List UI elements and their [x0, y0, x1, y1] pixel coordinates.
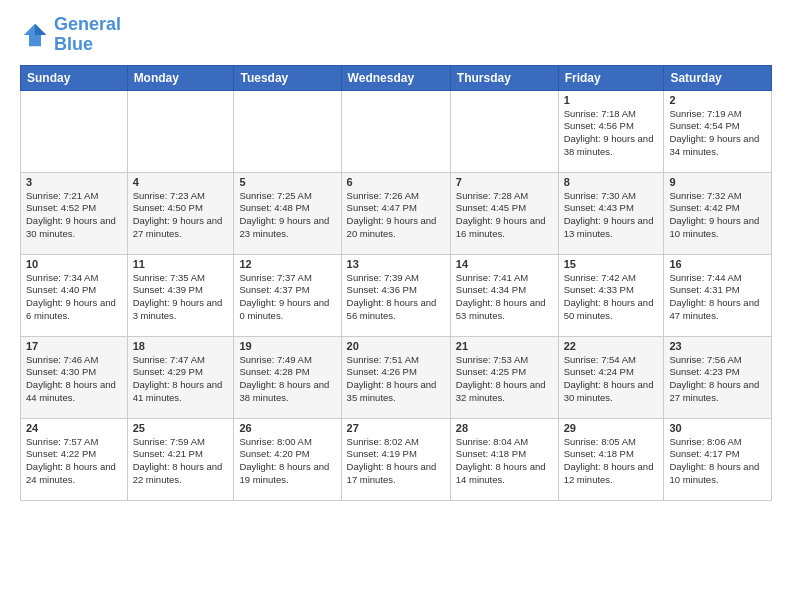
- day-number: 25: [133, 422, 229, 434]
- calendar-week-row: 10Sunrise: 7:34 AM Sunset: 4:40 PM Dayli…: [21, 254, 772, 336]
- day-info: Sunrise: 7:57 AM Sunset: 4:22 PM Dayligh…: [26, 436, 122, 487]
- day-info: Sunrise: 8:02 AM Sunset: 4:19 PM Dayligh…: [347, 436, 445, 487]
- header: General Blue: [20, 15, 772, 55]
- calendar-cell: 7Sunrise: 7:28 AM Sunset: 4:45 PM Daylig…: [450, 172, 558, 254]
- calendar-cell: 11Sunrise: 7:35 AM Sunset: 4:39 PM Dayli…: [127, 254, 234, 336]
- day-info: Sunrise: 7:32 AM Sunset: 4:42 PM Dayligh…: [669, 190, 766, 241]
- calendar-header-thursday: Thursday: [450, 65, 558, 90]
- calendar-cell: 8Sunrise: 7:30 AM Sunset: 4:43 PM Daylig…: [558, 172, 664, 254]
- day-number: 18: [133, 340, 229, 352]
- page: General Blue SundayMondayTuesdayWednesda…: [0, 0, 792, 511]
- day-number: 19: [239, 340, 335, 352]
- day-number: 15: [564, 258, 659, 270]
- day-number: 9: [669, 176, 766, 188]
- day-number: 27: [347, 422, 445, 434]
- calendar-header-sunday: Sunday: [21, 65, 128, 90]
- day-number: 17: [26, 340, 122, 352]
- calendar-cell: 4Sunrise: 7:23 AM Sunset: 4:50 PM Daylig…: [127, 172, 234, 254]
- day-info: Sunrise: 7:18 AM Sunset: 4:56 PM Dayligh…: [564, 108, 659, 159]
- day-number: 7: [456, 176, 553, 188]
- calendar-cell: 28Sunrise: 8:04 AM Sunset: 4:18 PM Dayli…: [450, 418, 558, 500]
- day-number: 29: [564, 422, 659, 434]
- day-info: Sunrise: 7:34 AM Sunset: 4:40 PM Dayligh…: [26, 272, 122, 323]
- day-number: 16: [669, 258, 766, 270]
- day-number: 11: [133, 258, 229, 270]
- day-info: Sunrise: 8:04 AM Sunset: 4:18 PM Dayligh…: [456, 436, 553, 487]
- calendar-cell: 18Sunrise: 7:47 AM Sunset: 4:29 PM Dayli…: [127, 336, 234, 418]
- day-info: Sunrise: 7:19 AM Sunset: 4:54 PM Dayligh…: [669, 108, 766, 159]
- calendar-cell: 1Sunrise: 7:18 AM Sunset: 4:56 PM Daylig…: [558, 90, 664, 172]
- day-info: Sunrise: 7:25 AM Sunset: 4:48 PM Dayligh…: [239, 190, 335, 241]
- calendar-cell: 13Sunrise: 7:39 AM Sunset: 4:36 PM Dayli…: [341, 254, 450, 336]
- calendar-cell: [450, 90, 558, 172]
- day-info: Sunrise: 7:56 AM Sunset: 4:23 PM Dayligh…: [669, 354, 766, 405]
- calendar-cell: [127, 90, 234, 172]
- calendar-cell: 5Sunrise: 7:25 AM Sunset: 4:48 PM Daylig…: [234, 172, 341, 254]
- day-info: Sunrise: 7:59 AM Sunset: 4:21 PM Dayligh…: [133, 436, 229, 487]
- day-number: 26: [239, 422, 335, 434]
- calendar-week-row: 17Sunrise: 7:46 AM Sunset: 4:30 PM Dayli…: [21, 336, 772, 418]
- calendar-cell: 15Sunrise: 7:42 AM Sunset: 4:33 PM Dayli…: [558, 254, 664, 336]
- calendar-cell: 30Sunrise: 8:06 AM Sunset: 4:17 PM Dayli…: [664, 418, 772, 500]
- day-info: Sunrise: 7:30 AM Sunset: 4:43 PM Dayligh…: [564, 190, 659, 241]
- calendar-header-saturday: Saturday: [664, 65, 772, 90]
- calendar-cell: 23Sunrise: 7:56 AM Sunset: 4:23 PM Dayli…: [664, 336, 772, 418]
- day-number: 2: [669, 94, 766, 106]
- calendar-header-friday: Friday: [558, 65, 664, 90]
- day-info: Sunrise: 7:23 AM Sunset: 4:50 PM Dayligh…: [133, 190, 229, 241]
- day-number: 3: [26, 176, 122, 188]
- calendar-cell: 21Sunrise: 7:53 AM Sunset: 4:25 PM Dayli…: [450, 336, 558, 418]
- day-info: Sunrise: 8:00 AM Sunset: 4:20 PM Dayligh…: [239, 436, 335, 487]
- calendar-cell: 6Sunrise: 7:26 AM Sunset: 4:47 PM Daylig…: [341, 172, 450, 254]
- logo: General Blue: [20, 15, 121, 55]
- day-info: Sunrise: 7:46 AM Sunset: 4:30 PM Dayligh…: [26, 354, 122, 405]
- logo-text: General Blue: [54, 15, 121, 55]
- day-number: 21: [456, 340, 553, 352]
- calendar-header-monday: Monday: [127, 65, 234, 90]
- calendar-cell: [21, 90, 128, 172]
- day-number: 13: [347, 258, 445, 270]
- calendar-cell: 27Sunrise: 8:02 AM Sunset: 4:19 PM Dayli…: [341, 418, 450, 500]
- calendar-cell: [341, 90, 450, 172]
- calendar-week-row: 1Sunrise: 7:18 AM Sunset: 4:56 PM Daylig…: [21, 90, 772, 172]
- day-info: Sunrise: 7:35 AM Sunset: 4:39 PM Dayligh…: [133, 272, 229, 323]
- calendar-week-row: 24Sunrise: 7:57 AM Sunset: 4:22 PM Dayli…: [21, 418, 772, 500]
- day-info: Sunrise: 7:49 AM Sunset: 4:28 PM Dayligh…: [239, 354, 335, 405]
- day-number: 20: [347, 340, 445, 352]
- day-number: 14: [456, 258, 553, 270]
- day-info: Sunrise: 7:42 AM Sunset: 4:33 PM Dayligh…: [564, 272, 659, 323]
- day-info: Sunrise: 7:41 AM Sunset: 4:34 PM Dayligh…: [456, 272, 553, 323]
- day-number: 10: [26, 258, 122, 270]
- day-number: 28: [456, 422, 553, 434]
- calendar-cell: 2Sunrise: 7:19 AM Sunset: 4:54 PM Daylig…: [664, 90, 772, 172]
- calendar-cell: 24Sunrise: 7:57 AM Sunset: 4:22 PM Dayli…: [21, 418, 128, 500]
- calendar-cell: 14Sunrise: 7:41 AM Sunset: 4:34 PM Dayli…: [450, 254, 558, 336]
- day-number: 4: [133, 176, 229, 188]
- calendar-cell: 22Sunrise: 7:54 AM Sunset: 4:24 PM Dayli…: [558, 336, 664, 418]
- calendar-cell: 25Sunrise: 7:59 AM Sunset: 4:21 PM Dayli…: [127, 418, 234, 500]
- day-number: 6: [347, 176, 445, 188]
- day-number: 12: [239, 258, 335, 270]
- day-number: 5: [239, 176, 335, 188]
- calendar-cell: 26Sunrise: 8:00 AM Sunset: 4:20 PM Dayli…: [234, 418, 341, 500]
- svg-marker-1: [35, 24, 46, 35]
- calendar-cell: 3Sunrise: 7:21 AM Sunset: 4:52 PM Daylig…: [21, 172, 128, 254]
- calendar-table: SundayMondayTuesdayWednesdayThursdayFrid…: [20, 65, 772, 501]
- day-number: 8: [564, 176, 659, 188]
- calendar-cell: 12Sunrise: 7:37 AM Sunset: 4:37 PM Dayli…: [234, 254, 341, 336]
- day-info: Sunrise: 7:21 AM Sunset: 4:52 PM Dayligh…: [26, 190, 122, 241]
- calendar-header-row: SundayMondayTuesdayWednesdayThursdayFrid…: [21, 65, 772, 90]
- day-info: Sunrise: 8:05 AM Sunset: 4:18 PM Dayligh…: [564, 436, 659, 487]
- day-number: 30: [669, 422, 766, 434]
- calendar-cell: 17Sunrise: 7:46 AM Sunset: 4:30 PM Dayli…: [21, 336, 128, 418]
- calendar-cell: 20Sunrise: 7:51 AM Sunset: 4:26 PM Dayli…: [341, 336, 450, 418]
- calendar-cell: 9Sunrise: 7:32 AM Sunset: 4:42 PM Daylig…: [664, 172, 772, 254]
- calendar-header-wednesday: Wednesday: [341, 65, 450, 90]
- day-number: 22: [564, 340, 659, 352]
- day-info: Sunrise: 7:44 AM Sunset: 4:31 PM Dayligh…: [669, 272, 766, 323]
- day-info: Sunrise: 7:54 AM Sunset: 4:24 PM Dayligh…: [564, 354, 659, 405]
- day-info: Sunrise: 7:53 AM Sunset: 4:25 PM Dayligh…: [456, 354, 553, 405]
- day-info: Sunrise: 8:06 AM Sunset: 4:17 PM Dayligh…: [669, 436, 766, 487]
- calendar-cell: 29Sunrise: 8:05 AM Sunset: 4:18 PM Dayli…: [558, 418, 664, 500]
- day-info: Sunrise: 7:51 AM Sunset: 4:26 PM Dayligh…: [347, 354, 445, 405]
